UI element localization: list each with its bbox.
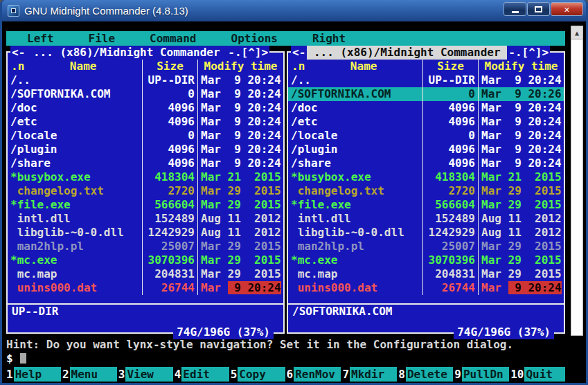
file-name: man2hlp.pl	[8, 240, 142, 253]
left-panel: <- ... (x86)/Midnight Commander -.[^]> .…	[6, 51, 285, 334]
free-space: 74G/196G (37%)	[454, 325, 554, 339]
file-size: 4096	[422, 156, 478, 170]
file-name: /doc	[288, 101, 422, 115]
titlebar[interactable]: GNU Midnight Commander (4.8.13) ✕	[2, 0, 586, 21]
file-row-man2hlp.pl[interactable]: man2hlp.pl25007Mar 29 2015	[288, 240, 564, 253]
file-size: 152489	[422, 212, 478, 226]
fkey-quit[interactable]: 10Quit	[510, 367, 565, 382]
minimize-button[interactable]	[504, 2, 526, 16]
panel-scroll-left-icon[interactable]: <-	[10, 46, 26, 60]
file-size: 4096	[422, 101, 478, 115]
file-mtime: Mar 9 20:24	[197, 101, 283, 115]
fkey-label: View	[125, 367, 172, 382]
file-mtime: Mar 29 2015	[197, 240, 283, 253]
fkey-help[interactable]: 1Help	[6, 367, 61, 382]
file-row-mc.map[interactable]: mc.map204831Mar 29 2015	[288, 267, 564, 281]
panel-corner-controls[interactable]: -.[^]>	[507, 46, 550, 60]
file-row-libglib-~0-0.dll[interactable]: libglib-~0-0.dll1242929Aug 11 2012	[8, 226, 283, 240]
file-row-libglib-~0-0.dll[interactable]: libglib-~0-0.dll1242929Aug 11 2012	[288, 226, 564, 240]
file-row-plugin[interactable]: /plugin4096Mar 9 20:24	[8, 143, 283, 156]
file-row-file.exe[interactable]: *file.exe566604Mar 29 2015	[8, 198, 283, 212]
file-size: 566604	[422, 198, 478, 212]
file-row-man2hlp.pl[interactable]: man2hlp.pl25007Mar 29 2015	[8, 240, 283, 253]
menubar-item-right[interactable]: Right	[312, 31, 346, 46]
app-icon[interactable]	[8, 5, 19, 17]
fkey-number: 9	[454, 367, 462, 382]
maximize-button[interactable]	[527, 2, 550, 16]
fkey-menu[interactable]: 2Menu	[62, 367, 117, 382]
fkey-renmov[interactable]: 6RenMov	[287, 367, 341, 382]
file-row-file.exe[interactable]: *file.exe566604Mar 29 2015	[288, 198, 564, 212]
sort-indicator: .n	[8, 60, 24, 73]
fkey-delete[interactable]: 8Delete	[398, 367, 453, 382]
menubar-item-file[interactable]: File	[89, 31, 116, 46]
column-name[interactable]: Name	[305, 60, 422, 73]
panel-scroll-left-icon[interactable]: <-	[291, 46, 307, 60]
file-mtime: Mar 9 20:24	[197, 281, 283, 295]
file-row-locale[interactable]: /locale0Mar 9 20:24	[8, 129, 283, 143]
column-size[interactable]: Size	[422, 60, 478, 73]
file-mtime: Aug 11 2012	[197, 226, 283, 240]
scroll-up-icon[interactable]: ▲	[571, 26, 582, 39]
left-panel-path[interactable]: ... (x86)/Midnight Commander	[26, 46, 226, 60]
menubar-item-options[interactable]: Options	[231, 31, 278, 46]
file-mtime: Mar 29 2015	[478, 267, 564, 281]
fkey-label: RenMov	[294, 367, 341, 382]
file-size: 3070396	[142, 253, 197, 267]
file-mtime: Mar 9 20:24	[197, 129, 283, 143]
file-row-mc.map[interactable]: mc.map204831Mar 29 2015	[8, 267, 283, 281]
file-row-locale[interactable]: /locale0Mar 9 20:24	[288, 129, 564, 143]
file-row-doc[interactable]: /doc4096Mar 9 20:24	[288, 101, 564, 115]
fkey-view[interactable]: 3View	[118, 367, 173, 382]
close-button[interactable]: ✕	[551, 2, 583, 16]
fkey-edit[interactable]: 4Edit	[175, 367, 229, 382]
file-row-share[interactable]: /share4096Mar 9 20:24	[8, 156, 283, 170]
column-name[interactable]: Name	[24, 60, 142, 73]
file-size: 4096	[142, 101, 197, 115]
file-name: *file.exe	[8, 198, 142, 212]
panel-corner-controls[interactable]: -.[^]>	[226, 46, 269, 60]
menubar-item-left[interactable]: Left	[27, 31, 54, 46]
fkey-copy[interactable]: 5Copy	[231, 367, 285, 382]
file-row-softornika.com[interactable]: /SOFTORNIKA.COM0Mar 9 20:24	[8, 87, 283, 101]
file-size: 0	[422, 87, 478, 101]
file-size: 26744	[142, 281, 197, 295]
file-row-busybox.exe[interactable]: *busybox.exe418304Mar 21 2015	[288, 170, 564, 184]
fkey-number: 5	[231, 367, 238, 382]
file-row-share[interactable]: /share4096Mar 9 20:24	[288, 156, 564, 170]
file-row-mc.exe[interactable]: *mc.exe3070396Mar 29 2015	[8, 253, 283, 267]
fkey-pulldn[interactable]: 9PullDn	[454, 367, 509, 382]
fkey-mkdir[interactable]: 7Mkdir	[342, 367, 397, 382]
file-row-changelog.txt[interactable]: changelog.txt2720Mar 29 2015	[288, 184, 564, 198]
file-name: /..	[8, 73, 142, 87]
menubar-item-command[interactable]: Command	[150, 31, 196, 46]
column-mtime[interactable]: Modify time	[478, 60, 564, 73]
file-row-softornika.com[interactable]: /SOFTORNIKA.COM0Mar 9 20:26	[288, 87, 564, 101]
console-scrollbar[interactable]: ▲	[571, 26, 583, 336]
file-row-plugin[interactable]: /plugin4096Mar 9 20:24	[288, 143, 564, 156]
file-row-changelog.txt[interactable]: changelog.txt2720Mar 29 2015	[8, 184, 283, 198]
file-row-intl.dll[interactable]: intl.dll152489Aug 11 2012	[288, 212, 564, 226]
column-mtime[interactable]: Modify time	[197, 60, 283, 73]
file-row-unins000.dat[interactable]: unins000.dat26744Mar 9 20:24	[288, 281, 564, 295]
file-row-etc[interactable]: /etc4096Mar 9 20:24	[8, 115, 283, 129]
file-row-unins000.dat[interactable]: unins000.dat26744Mar 9 20:24	[8, 281, 283, 295]
file-row-..[interactable]: /..UP--DIRMar 9 20:24	[288, 73, 564, 87]
right-panel-path[interactable]: ... (x86)/Midnight Commander	[307, 46, 507, 60]
file-row-mc.exe[interactable]: *mc.exe3070396Mar 29 2015	[288, 253, 564, 267]
file-name: /SOFTORNIKA.COM	[8, 87, 142, 101]
column-size[interactable]: Size	[142, 60, 197, 73]
file-mtime: Mar 9 20:24	[478, 156, 564, 170]
command-line[interactable]: $	[6, 352, 565, 366]
file-size: 418304	[422, 170, 478, 184]
file-size: 204831	[422, 267, 478, 281]
file-row-busybox.exe[interactable]: *busybox.exe418304Mar 21 2015	[8, 170, 283, 184]
file-row-etc[interactable]: /etc4096Mar 9 20:24	[288, 115, 564, 129]
file-row-..[interactable]: /..UP--DIRMar 9 20:24	[8, 73, 283, 87]
fkey-number: 3	[118, 367, 126, 382]
file-mtime: Mar 9 20:24	[197, 156, 283, 170]
column-header: .n Name Size Modify time	[8, 60, 283, 73]
file-name: unins000.dat	[8, 281, 142, 295]
file-row-doc[interactable]: /doc4096Mar 9 20:24	[8, 101, 283, 115]
file-row-intl.dll[interactable]: intl.dll152489Aug 11 2012	[8, 212, 283, 226]
